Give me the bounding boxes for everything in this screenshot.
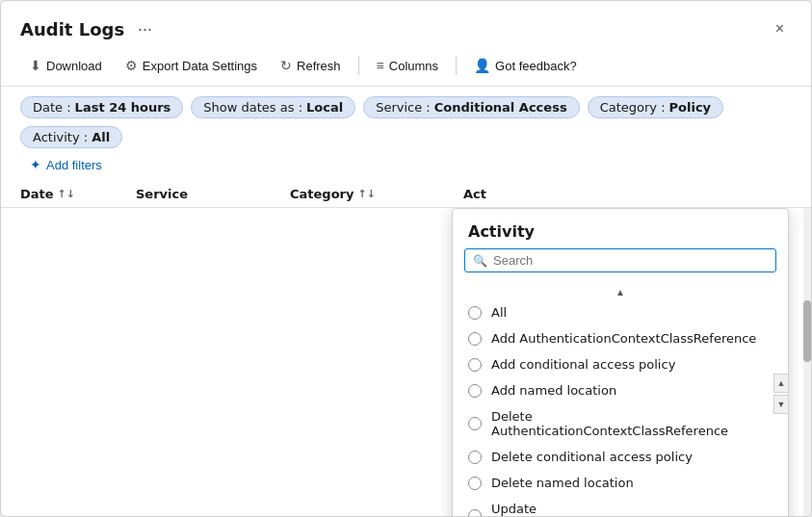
col-header-activity: Act bbox=[463, 187, 792, 201]
toolbar: ⬇ Download ⚙ Export Data Settings ↻ Refr… bbox=[1, 49, 811, 87]
refresh-button[interactable]: ↻ Refresh bbox=[271, 53, 351, 78]
toolbar-divider-2 bbox=[456, 56, 457, 75]
download-label: Download bbox=[46, 59, 102, 73]
filter-activity-key: Activity : bbox=[33, 130, 88, 144]
ellipsis-button[interactable]: ··· bbox=[132, 17, 158, 41]
search-icon: 🔍 bbox=[473, 254, 487, 268]
filter-date-value: Last 24 hours bbox=[75, 100, 171, 115]
add-filters-icon: ✦ bbox=[30, 157, 41, 172]
window-title: Audit Logs bbox=[20, 19, 124, 39]
dropdown-item-label: Delete named location bbox=[491, 476, 634, 490]
filter-date-key: Date : bbox=[33, 100, 71, 115]
radio-circle bbox=[468, 306, 482, 320]
col-service-label: Service bbox=[136, 187, 188, 201]
col-category-label: Category bbox=[290, 187, 354, 201]
table-header: Date ↑↓ Service Category ↑↓ Act bbox=[1, 181, 811, 208]
dropdown-items-container: AllAdd AuthenticationContextClassReferen… bbox=[453, 299, 788, 516]
col-date-sort-icon[interactable]: ↑↓ bbox=[58, 188, 75, 200]
filter-show-dates[interactable]: Show dates as : Local bbox=[191, 96, 355, 118]
dropdown-item-label: Add AuthenticationContextClassReference bbox=[491, 331, 756, 346]
dropdown-list: ▲ AllAdd AuthenticationContextClassRefer… bbox=[453, 280, 788, 516]
filter-show-dates-value: Local bbox=[306, 100, 343, 115]
dropdown-item[interactable]: Delete conditional access policy bbox=[453, 444, 788, 470]
export-icon: ⚙ bbox=[125, 58, 138, 73]
radio-circle bbox=[468, 384, 482, 398]
radio-circle bbox=[468, 332, 482, 346]
dropdown-item[interactable]: Update AuthenticationContextClassReferen… bbox=[453, 496, 788, 516]
dropdown-item-label: Add named location bbox=[491, 383, 616, 398]
dropdown-item-label: Add conditional access policy bbox=[491, 357, 675, 372]
dropdown-item[interactable]: Add named location bbox=[453, 377, 788, 403]
export-data-settings-button[interactable]: ⚙ Export Data Settings bbox=[116, 53, 267, 78]
dropdown-item[interactable]: Add conditional access policy bbox=[453, 351, 788, 377]
dropdown-item[interactable]: Add AuthenticationContextClassReference bbox=[453, 325, 788, 351]
title-bar: Audit Logs ··· × bbox=[1, 1, 811, 49]
filter-activity[interactable]: Activity : All bbox=[20, 126, 122, 148]
feedback-label: Got feedback? bbox=[495, 59, 577, 73]
audit-logs-window: Audit Logs ··· × ⬇ Download ⚙ Export Dat… bbox=[0, 0, 812, 517]
main-scrollbar[interactable] bbox=[803, 208, 811, 516]
filter-show-dates-key: Show dates as : bbox=[203, 100, 302, 115]
filter-category-value: Policy bbox=[669, 100, 712, 115]
dropdown-item[interactable]: Delete named location bbox=[453, 470, 788, 496]
filter-service[interactable]: Service : Conditional Access bbox=[363, 96, 579, 118]
filter-category[interactable]: Category : Policy bbox=[588, 96, 723, 118]
refresh-icon: ↻ bbox=[280, 58, 292, 73]
filter-category-key: Category : bbox=[600, 100, 666, 115]
col-date-label: Date bbox=[20, 187, 54, 201]
dropdown-right-arrows: ▲ ▼ bbox=[773, 374, 789, 414]
activity-dropdown: Activity 🔍 ▲ AllAdd AuthenticationContex… bbox=[452, 208, 789, 516]
export-label: Export Data Settings bbox=[143, 59, 257, 73]
columns-button[interactable]: ≡ Columns bbox=[367, 53, 448, 78]
close-button[interactable]: × bbox=[768, 16, 792, 41]
radio-circle bbox=[468, 509, 482, 516]
add-filter-row: ✦ Add filters bbox=[1, 154, 811, 181]
dropdown-item-label: All bbox=[491, 305, 507, 320]
filter-service-value: Conditional Access bbox=[434, 100, 567, 115]
dropdown-item-label: Update AuthenticationContextClassReferen… bbox=[491, 502, 773, 516]
search-box: 🔍 bbox=[464, 248, 776, 272]
dropdown-item[interactable]: All bbox=[453, 299, 788, 325]
filter-activity-value: All bbox=[92, 130, 110, 144]
radio-circle bbox=[468, 477, 482, 490]
radio-circle bbox=[468, 417, 482, 430]
table-body: Activity 🔍 ▲ AllAdd AuthenticationContex… bbox=[1, 208, 811, 516]
toolbar-divider bbox=[358, 56, 359, 75]
feedback-button[interactable]: 👤 Got feedback? bbox=[464, 53, 587, 78]
col-category-sort-icon[interactable]: ↑↓ bbox=[357, 188, 375, 200]
dropdown-right-down-button[interactable]: ▼ bbox=[773, 395, 789, 414]
dropdown-title: Activity bbox=[453, 209, 788, 248]
main-scrollbar-thumb bbox=[803, 300, 811, 362]
feedback-icon: 👤 bbox=[474, 58, 490, 73]
activity-search-input[interactable] bbox=[493, 253, 768, 268]
dropdown-item-label: Delete conditional access policy bbox=[491, 450, 693, 464]
columns-label: Columns bbox=[389, 59, 438, 73]
dropdown-right-up-button[interactable]: ▲ bbox=[773, 374, 789, 393]
download-button[interactable]: ⬇ Download bbox=[20, 53, 112, 78]
scroll-up-button[interactable]: ▲ bbox=[453, 285, 788, 299]
columns-icon: ≡ bbox=[377, 58, 384, 73]
dropdown-item[interactable]: Delete AuthenticationContextClassReferen… bbox=[453, 403, 788, 444]
dropdown-item-label: Delete AuthenticationContextClassReferen… bbox=[491, 409, 773, 438]
refresh-label: Refresh bbox=[297, 59, 341, 73]
filter-date[interactable]: Date : Last 24 hours bbox=[20, 96, 183, 118]
radio-circle bbox=[468, 358, 482, 372]
add-filters-label: Add filters bbox=[46, 158, 102, 172]
radio-circle bbox=[468, 451, 482, 464]
filter-service-key: Service : bbox=[376, 100, 431, 115]
col-header-service: Service bbox=[136, 187, 290, 201]
col-header-category: Category ↑↓ bbox=[290, 187, 463, 201]
title-bar-left: Audit Logs ··· bbox=[20, 17, 158, 41]
download-icon: ⬇ bbox=[30, 58, 41, 73]
filters-row: Date : Last 24 hours Show dates as : Loc… bbox=[1, 87, 811, 154]
add-filters-button[interactable]: ✦ Add filters bbox=[20, 154, 112, 175]
col-activity-label: Act bbox=[463, 187, 486, 201]
col-header-date: Date ↑↓ bbox=[20, 187, 136, 201]
